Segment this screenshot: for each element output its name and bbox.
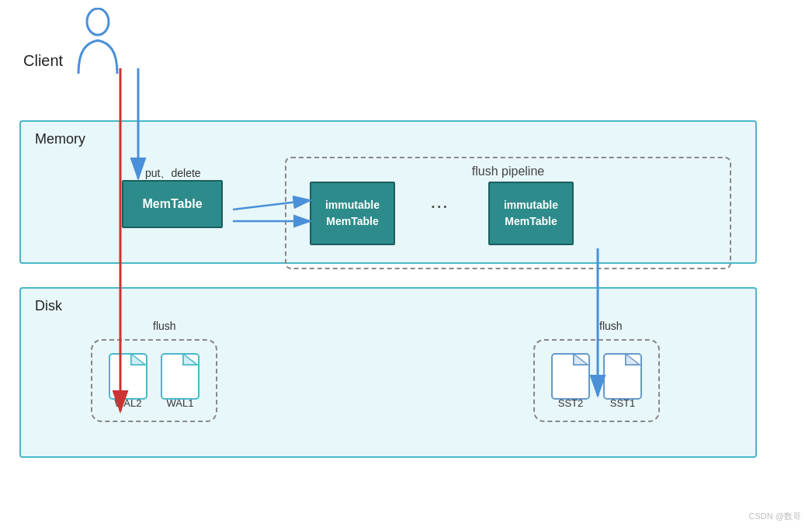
client-person-icon <box>71 8 125 78</box>
sst2-file: SST2 <box>550 352 591 409</box>
dots: ··· <box>430 193 448 218</box>
wal2-label: WAL2 <box>115 397 142 409</box>
wal1-label: WAL1 <box>167 397 194 409</box>
sst2-label: SST2 <box>558 397 584 409</box>
wal2-file: WAL2 <box>108 352 148 409</box>
svg-rect-9 <box>109 354 147 399</box>
memtable-box: MemTable <box>122 180 223 228</box>
disk-section: Disk flush WAL2 WAL1 <box>19 287 757 458</box>
wal1-file: WAL1 <box>160 352 200 409</box>
flush-pipeline-label: flush pipeline <box>472 165 544 178</box>
sst-dashed-box: SST2 SST1 <box>533 339 660 422</box>
flush-label-left: flush <box>153 320 176 332</box>
wal-dashed-box: WAL2 WAL1 <box>91 339 217 422</box>
memory-label: Memory <box>35 131 741 147</box>
sst1-label: SST1 <box>610 397 636 409</box>
svg-rect-11 <box>161 354 199 399</box>
sst1-file: SST1 <box>602 352 643 409</box>
svg-rect-13 <box>552 354 589 399</box>
put-delete-label: put、delete <box>145 167 201 181</box>
flush-label-right: flush <box>599 320 623 332</box>
immutable-memtable-2: immutableMemTable <box>488 182 574 245</box>
watermark: CSDN @数哥 <box>749 511 801 522</box>
svg-point-8 <box>87 9 109 35</box>
memory-section: Memory put、delete MemTable flush pipelin… <box>19 120 757 264</box>
flush-pipeline-box: flush pipeline immutableMemTable ··· imm… <box>285 157 731 269</box>
client-label: Client <box>23 52 63 70</box>
immutable-memtable-1: immutableMemTable <box>310 182 395 245</box>
svg-rect-15 <box>604 354 641 399</box>
disk-label: Disk <box>35 298 741 314</box>
